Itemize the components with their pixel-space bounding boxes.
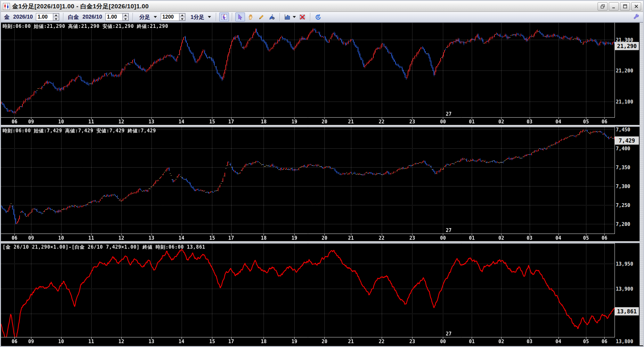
x-axis-label: 02 (496, 339, 506, 344)
toolbar-separator (63, 13, 64, 21)
x-axis-label: 22 (377, 235, 387, 241)
y-axis-label: 7,400 (616, 146, 630, 152)
x-axis-label: 13 (147, 339, 156, 344)
bar-chart-icon (284, 14, 290, 20)
x-axis-label: 23 (407, 119, 417, 125)
pencil-tool-button[interactable] (257, 12, 266, 21)
period-dropdown[interactable]: 1分足 (187, 13, 213, 21)
x-axis-label: 15 (207, 339, 217, 344)
x-axis-label: 09 (26, 119, 36, 125)
toolbar-separator (232, 13, 232, 21)
x-axis-label: 23 (407, 235, 417, 241)
clear-chart-icon (299, 14, 306, 20)
toolbar: 金 2026/10 白金 2026/10 分足 1分足 (1, 12, 643, 23)
chevron-down-icon (293, 16, 296, 18)
x-axis-label: 15 (207, 235, 217, 241)
platinum-multiplier-spinner (105, 13, 129, 21)
close-icon (634, 4, 639, 9)
refresh-button[interactable]: R (314, 12, 323, 21)
panel-separator[interactable] (1, 241, 643, 243)
clear-chart-button[interactable] (298, 12, 307, 21)
hand-tool-button[interactable] (246, 12, 256, 21)
float-window-icon (600, 4, 605, 9)
bar-type-dropdown[interactable]: 分足 (136, 13, 159, 21)
app-window: 金1分足[2026/10]1.00 - 白金1分足[2026/10]1.00 金… (0, 0, 644, 347)
x-axis-label: 11 (86, 339, 96, 344)
day-marker: 27 (446, 227, 452, 233)
toolbar-separator (133, 13, 133, 21)
platinum-multiplier-down-button[interactable] (123, 17, 128, 21)
platinum-month-label: 2026/10 (82, 14, 102, 20)
y-axis-label: 13,900 (616, 286, 633, 292)
toolbar-separator (280, 13, 280, 21)
x-axis-label: 18 (259, 235, 268, 241)
gold-multiplier-down-button[interactable] (53, 17, 59, 21)
x-axis-label: 06 (599, 119, 609, 125)
x-axis-label: 04 (554, 339, 563, 344)
x-axis-label: 18 (259, 339, 268, 344)
titlebar[interactable]: 金1分足[2026/10]1.00 - 白金1分足[2026/10]1.00 (1, 1, 643, 12)
bar-count-input[interactable] (161, 13, 179, 21)
bar-count-up-button[interactable] (179, 13, 185, 17)
close-button[interactable] (631, 2, 641, 11)
bar-type-label: 分足 (139, 13, 150, 21)
kline-panel-button[interactable] (219, 12, 229, 21)
wrench-icon (633, 14, 640, 20)
chart-type-button[interactable] (283, 12, 297, 21)
x-axis-label: 01 (467, 119, 477, 125)
platinum-multiplier-up-button[interactable] (123, 13, 128, 17)
x-axis-label: 02 (496, 119, 506, 125)
x-axis-label: 01 (467, 339, 477, 344)
spread-last-price-tag: 13,861 (615, 307, 639, 316)
x-axis-label: 06 (10, 339, 19, 344)
chart-area: 時刻:06:00 始値:21,290 高値:21,290 安値:21,290 終… (1, 23, 643, 345)
settings-wrench-button[interactable] (632, 12, 641, 21)
x-axis-label: 09 (26, 339, 36, 344)
pen-crosshair-icon (269, 14, 275, 20)
y-axis-label: 7,200 (616, 221, 630, 227)
x-axis-label: 13 (147, 119, 156, 125)
cursor-tool-button[interactable] (235, 12, 245, 21)
gold-multiplier-spinner (36, 13, 59, 21)
x-axis-label: 11 (86, 235, 96, 241)
float-window-button[interactable] (598, 2, 607, 11)
price-plot-canvas[interactable] (1, 23, 615, 345)
candlestick-app-icon (3, 3, 10, 10)
toolbar-separator (310, 13, 311, 21)
bar-count-down-button[interactable] (179, 17, 185, 21)
x-axis-label: 14 (177, 235, 186, 241)
bar-count-spinner (161, 13, 185, 21)
x-axis-label: 10 (56, 119, 66, 125)
app-icon (3, 3, 10, 10)
hand-icon (248, 14, 254, 20)
gold-last-price-tag: 21,290 (615, 42, 639, 50)
x-axis-label: 23 (407, 339, 417, 344)
x-axis-label: 18 (259, 119, 268, 125)
x-axis-label: 03 (525, 339, 534, 344)
x-axis-label: 12 (117, 339, 126, 344)
day-marker: 27 (446, 331, 452, 337)
maximize-button[interactable] (620, 2, 630, 11)
platinum-multiplier-input[interactable] (106, 13, 122, 21)
x-axis-label: 02 (496, 235, 506, 241)
x-axis-label: 19 (289, 119, 299, 125)
platinum-last-price-tag: 7,429 (615, 136, 639, 145)
day-marker: 27 (446, 111, 452, 117)
cursor-icon (237, 14, 243, 20)
x-axis-label: 12 (117, 235, 126, 241)
chevron-down-icon (154, 16, 157, 18)
minimize-button[interactable] (609, 2, 619, 11)
right-scroll-strip[interactable] (640, 23, 643, 345)
gold-multiplier-input[interactable] (36, 13, 53, 21)
x-axis-label: 00 (438, 119, 448, 125)
pen-crosshair-tool-button[interactable] (267, 12, 277, 21)
panel-separator[interactable] (1, 125, 643, 127)
maximize-icon (623, 4, 628, 9)
x-axis-label: 20 (320, 119, 329, 125)
x-axis-label: 20 (320, 235, 329, 241)
x-axis-label: 04 (554, 235, 563, 241)
x-axis-label: 17 (226, 235, 236, 241)
platinum-panel-info: 時刻:06:00 始値:7,429 高値:7,429 安値:7,429 終値:7… (3, 128, 156, 134)
gold-multiplier-up-button[interactable] (53, 13, 59, 17)
x-axis-label: 06 (599, 235, 609, 241)
